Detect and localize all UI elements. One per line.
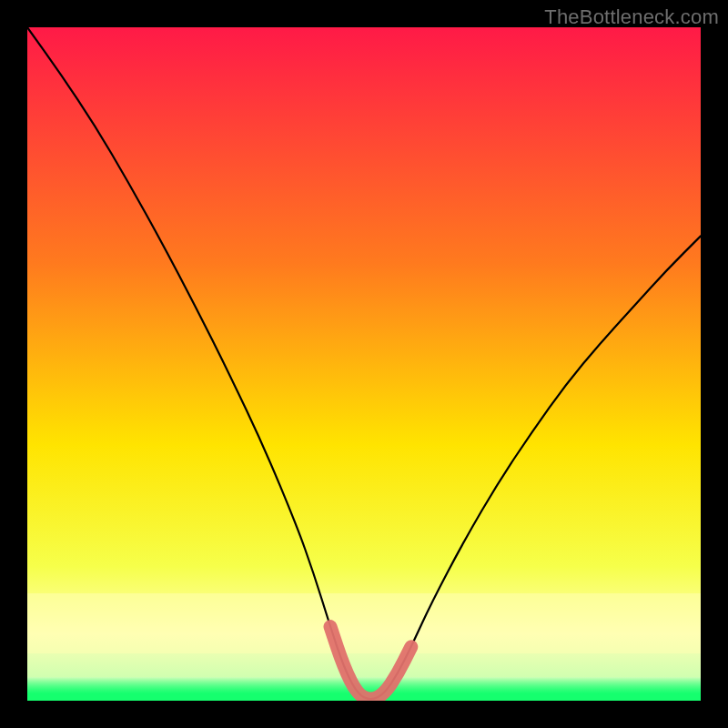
watermark-text: TheBottleneck.com: [544, 5, 719, 29]
bottleneck-curve-path: [27, 27, 701, 699]
curve-layer: [27, 27, 701, 701]
plot-area: [27, 27, 701, 701]
chart-frame: TheBottleneck.com: [0, 0, 728, 728]
tolerance-band-path: [330, 627, 411, 700]
